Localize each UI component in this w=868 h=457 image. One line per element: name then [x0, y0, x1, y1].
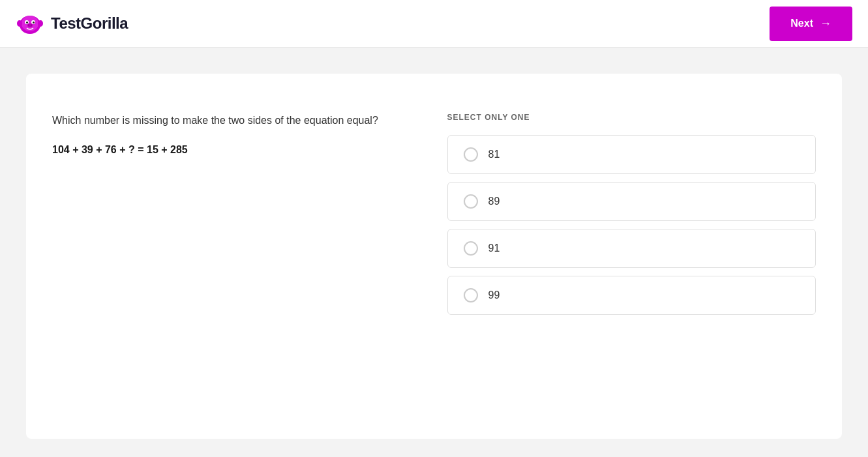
svg-point-5 — [26, 22, 28, 23]
radio-circle-91 — [464, 241, 478, 256]
option-value-89: 89 — [488, 196, 500, 207]
svg-point-11 — [38, 20, 43, 27]
question-card: Which number is missing to make the two … — [26, 74, 842, 439]
next-button[interactable]: Next → — [770, 7, 852, 41]
logo-icon — [16, 9, 44, 38]
option-item-99[interactable]: 99 — [447, 276, 816, 315]
logo-text: TestGorilla — [51, 14, 128, 33]
radio-circle-81 — [464, 147, 478, 162]
option-value-81: 81 — [488, 149, 500, 160]
answer-panel: SELECT ONLY ONE 81 89 91 99 — [447, 113, 816, 400]
svg-point-10 — [17, 20, 22, 27]
radio-circle-89 — [464, 194, 478, 209]
question-panel: Which number is missing to make the two … — [52, 113, 421, 400]
logo-area: TestGorilla — [16, 9, 128, 38]
svg-point-6 — [33, 22, 35, 23]
option-item-81[interactable]: 81 — [447, 135, 816, 174]
option-item-91[interactable]: 91 — [447, 229, 816, 268]
radio-circle-99 — [464, 288, 478, 302]
main-content: Which number is missing to make the two … — [0, 48, 868, 457]
next-button-label: Next — [790, 18, 813, 29]
option-list: 81 89 91 99 — [447, 135, 816, 315]
equation-text: 104 + 39 + 76 + ? = 15 + 285 — [52, 144, 421, 156]
option-value-91: 91 — [488, 243, 500, 254]
header: TestGorilla Next → — [0, 0, 868, 48]
next-arrow-icon: → — [820, 17, 831, 31]
question-text: Which number is missing to make the two … — [52, 113, 421, 128]
option-item-89[interactable]: 89 — [447, 182, 816, 221]
select-only-one-label: SELECT ONLY ONE — [447, 113, 816, 122]
svg-point-8 — [28, 24, 29, 25]
svg-point-9 — [31, 24, 32, 25]
option-value-99: 99 — [488, 289, 500, 301]
